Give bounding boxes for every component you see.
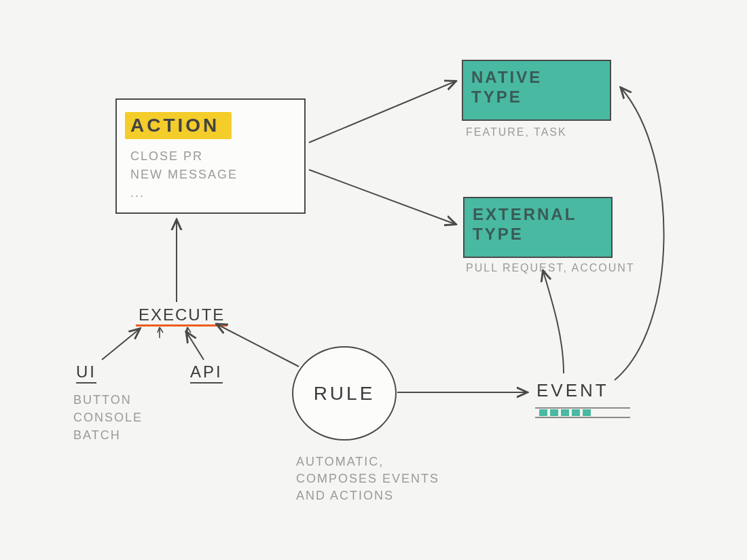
event-tick-icon [572,409,580,416]
action-box: ACTION CLOSE PR NEW MESSAGE ... [115,98,306,214]
arrow-action-to-native [309,81,455,143]
arrow-rule-to-execute [217,324,299,367]
external-type-box: EXTERNAL TYPE [463,197,613,258]
ui-desc-line1: BUTTON [73,391,143,409]
event-label: EVENT [536,380,609,401]
external-type-line1: EXTERNAL [473,205,603,225]
external-type-line2: TYPE [473,225,603,244]
event-tick-icon [550,409,558,416]
execute-label: EXECUTE [136,305,227,326]
arrow-execute-tick2 [185,327,191,338]
native-type-line1: NATIVE [471,68,602,88]
arrow-event-to-external [543,272,564,373]
ui-label: UI [76,362,96,384]
event-tick-icon [561,409,569,416]
rule-desc-line2: COMPOSES EVENTS [296,470,473,487]
diagram-canvas: ACTION CLOSE PR NEW MESSAGE ... NATIVE T… [0,0,747,560]
ui-desc-line3: BATCH [73,426,143,444]
external-type-examples: PULL REQUEST, ACCOUNT [466,262,635,274]
arrow-ui-to-execute [102,329,139,360]
rule-node: RULE [292,346,397,441]
event-tick-icon [539,409,547,416]
rule-desc-line3: AND ACTIONS [296,487,473,504]
action-example-3: ... [130,184,238,202]
rule-desc-line1: AUTOMATIC, [296,453,473,470]
arrow-execute-tick1 [158,327,163,338]
action-examples: CLOSE PR NEW MESSAGE ... [130,147,238,202]
arrow-event-to-native [615,88,664,380]
api-label: API [190,362,223,384]
arrow-api-to-execute [187,333,204,360]
rule-description: AUTOMATIC, COMPOSES EVENTS AND ACTIONS [296,453,473,505]
arrow-action-to-external [309,170,455,224]
rule-title: RULE [314,383,376,405]
native-type-examples: FEATURE, TASK [466,126,567,138]
ui-desc-line2: CONSOLE [73,409,143,426]
native-type-box: NATIVE TYPE [462,60,611,121]
native-type-line2: TYPE [471,88,602,107]
action-example-1: CLOSE PR [130,147,238,166]
event-tick-icon [583,409,591,416]
action-example-2: NEW MESSAGE [130,166,238,184]
ui-description: BUTTON CONSOLE BATCH [73,391,143,444]
action-title: ACTION [125,112,232,139]
event-decorator [535,407,630,418]
